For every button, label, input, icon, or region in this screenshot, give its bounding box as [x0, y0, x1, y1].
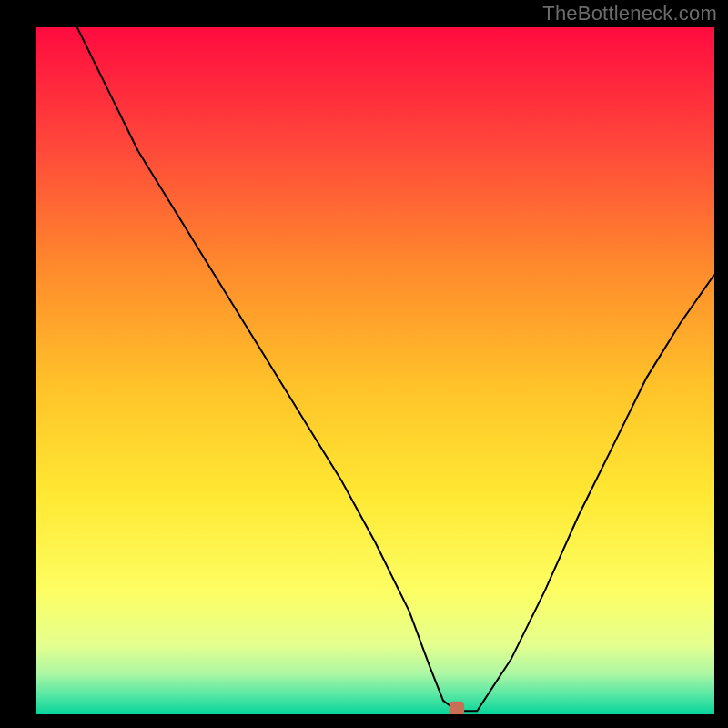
- plot-svg: [36, 27, 714, 714]
- watermark-text: TheBottleneck.com: [542, 2, 717, 25]
- plot-area: [36, 27, 714, 714]
- gradient-background: [36, 27, 714, 714]
- target-marker: [450, 702, 464, 714]
- chart-container: TheBottleneck.com: [0, 0, 728, 728]
